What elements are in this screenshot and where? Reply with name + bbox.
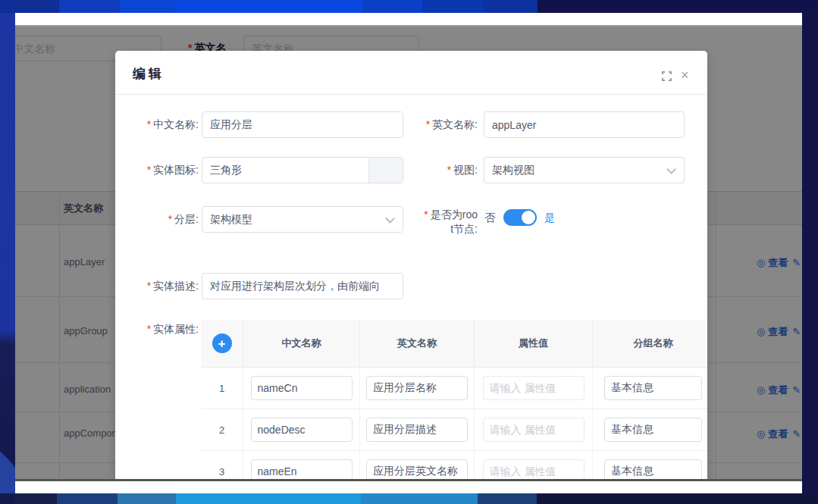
en-name-label: *英文名称: bbox=[396, 117, 478, 132]
decor-bottom-bar bbox=[0, 493, 818, 504]
attr-en-input[interactable] bbox=[366, 418, 468, 442]
attr-cn-input[interactable] bbox=[251, 376, 353, 400]
attr-row-index: 2 bbox=[201, 409, 243, 451]
decor-left-strip bbox=[0, 13, 15, 493]
fullscreen-icon[interactable] bbox=[662, 71, 672, 81]
en-name-input[interactable] bbox=[484, 111, 685, 138]
attr-group-input[interactable] bbox=[604, 459, 702, 479]
is-root-label: *是否为root节点: bbox=[423, 208, 478, 236]
decor-right-strip bbox=[802, 13, 818, 504]
switch-on-text: 是 bbox=[544, 211, 555, 225]
required-asterisk: * bbox=[426, 118, 430, 130]
header-divider bbox=[115, 94, 707, 95]
attr-cn-input[interactable] bbox=[251, 459, 353, 479]
attr-en-input[interactable] bbox=[366, 459, 468, 479]
close-icon[interactable]: × bbox=[681, 67, 689, 83]
cn-name-label: *中文名称: bbox=[115, 117, 199, 132]
required-asterisk: * bbox=[147, 323, 151, 335]
view-label: *视图: bbox=[396, 163, 478, 177]
attr-value-input[interactable] bbox=[483, 376, 585, 400]
decor-top-white-strip bbox=[15, 13, 802, 25]
attr-header-value: 属性值 bbox=[475, 320, 593, 368]
cn-name-input[interactable] bbox=[202, 111, 403, 138]
required-asterisk: * bbox=[147, 164, 151, 176]
required-asterisk: * bbox=[147, 280, 151, 292]
entity-attrs-label: *实体属性: bbox=[115, 322, 199, 337]
entity-desc-label: *实体描述: bbox=[115, 279, 199, 293]
attr-header-en: 英文名称 bbox=[360, 320, 475, 368]
required-asterisk: * bbox=[447, 164, 451, 176]
attr-cn-input[interactable] bbox=[251, 418, 353, 442]
attr-value-input[interactable] bbox=[483, 459, 585, 479]
required-asterisk: * bbox=[147, 118, 151, 130]
entity-icon-label: *实体图标: bbox=[115, 163, 199, 177]
screen: *英文名 英文名称 appLayer appGroup application … bbox=[0, 0, 818, 504]
required-asterisk: * bbox=[168, 213, 172, 225]
toggle-knob bbox=[522, 211, 535, 224]
layer-select[interactable] bbox=[202, 206, 403, 233]
attr-header-cn: 中文名称 bbox=[243, 320, 360, 368]
is-root-toggle[interactable] bbox=[503, 209, 537, 226]
add-attribute-button[interactable]: + bbox=[212, 333, 232, 353]
attr-group-input[interactable] bbox=[604, 376, 702, 400]
modal-title: 编辑 bbox=[133, 65, 165, 83]
attr-header-group: 分组名称 bbox=[593, 320, 707, 368]
attr-value-input[interactable] bbox=[483, 418, 585, 442]
attr-row-index: 1 bbox=[201, 368, 243, 409]
layer-label: *分层: bbox=[115, 212, 199, 227]
edit-modal: 编辑 × *中文名称: *英文名称: *实体图标: bbox=[115, 51, 707, 479]
modal-header: 编辑 × bbox=[115, 51, 707, 94]
attributes-table: + 中文名称 英文名称 属性值 分组名称 1 2 bbox=[201, 320, 707, 479]
required-asterisk: * bbox=[424, 208, 428, 221]
app-page: *英文名 英文名称 appLayer appGroup application … bbox=[15, 25, 802, 479]
decor-top-bar bbox=[0, 0, 818, 13]
entity-desc-input[interactable] bbox=[202, 273, 403, 299]
decor-bottom-white-strip bbox=[15, 479, 802, 493]
attr-group-input[interactable] bbox=[604, 418, 702, 442]
attr-row-index: 3 bbox=[201, 451, 243, 479]
view-select[interactable] bbox=[484, 157, 685, 183]
attr-en-input[interactable] bbox=[366, 376, 468, 400]
switch-off-text: 否 bbox=[484, 211, 495, 225]
attr-header-add: + bbox=[201, 320, 243, 368]
